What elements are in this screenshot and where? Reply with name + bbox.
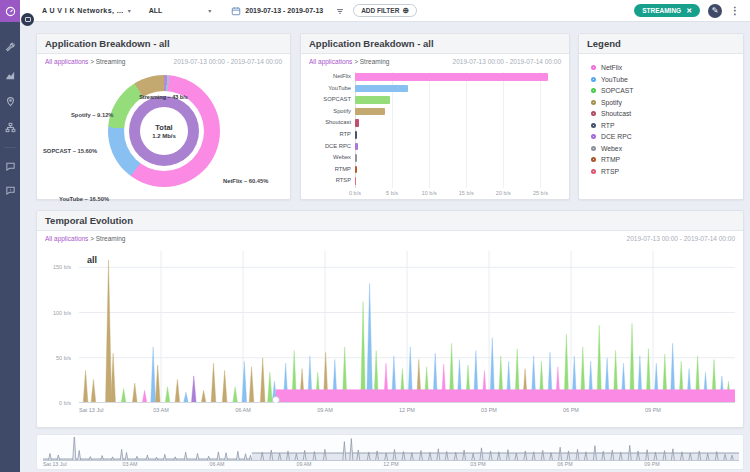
remove-filter-icon[interactable]: ✕: [686, 7, 692, 15]
panel-title: Application Breakdown - all: [301, 34, 569, 54]
gridline: [466, 72, 467, 188]
tenant-selector[interactable]: A U V I K Networks, ...: [42, 7, 124, 14]
x-tick-label: 12 PM: [383, 461, 398, 467]
active-filter-chip[interactable]: STREAMING ✕: [634, 4, 700, 17]
legend-item-rtsp[interactable]: RTSP: [591, 168, 731, 175]
donut-slice-label: NetFlix – 60.45%: [223, 178, 268, 184]
legend-color-dot: [591, 169, 596, 174]
donut-chart[interactable]: Total 1.2 Mb/s Streaming – 43 b/s Spotif…: [37, 70, 290, 199]
breadcrumb-separator: >: [90, 235, 94, 242]
donut-slice-label: YouTube – 16.50%: [59, 196, 109, 202]
legend-color-dot: [591, 111, 596, 116]
bar-shoutcast[interactable]: [355, 119, 359, 127]
breadcrumb-root-link[interactable]: All applications: [309, 58, 352, 65]
x-tick-label: 06 PM: [563, 407, 579, 413]
date-range-picker[interactable]: 2019-07-13 - 2019-07-13: [245, 7, 323, 14]
bar-dce-rpc[interactable]: [355, 143, 358, 151]
bar-rtmp[interactable]: [355, 166, 357, 174]
legend-color-dot: [591, 134, 596, 139]
bar-rtp[interactable]: [355, 131, 357, 139]
sidebar-item-topology[interactable]: [0, 116, 20, 138]
filter-lines-icon[interactable]: [335, 2, 345, 20]
active-filter-label: STREAMING: [642, 7, 681, 14]
sidebar-item-locations[interactable]: [0, 90, 20, 112]
x-tick-label: 06 AM: [209, 461, 224, 467]
sidebar-item-dashboard[interactable]: [0, 0, 20, 22]
navigator-x-axis: Sat 13 Jul03 AM06 AM09 AM12 PM03 PM06 PM…: [43, 461, 739, 470]
x-tick-label: 15 b/s: [459, 190, 474, 196]
map-pin-icon: [5, 96, 16, 107]
legend-item-spotify[interactable]: Spotify: [591, 99, 731, 106]
bar-label: RTMP: [301, 166, 351, 172]
bar-youtube[interactable]: [355, 85, 408, 93]
sidebar-collapse-toggle[interactable]: [21, 13, 34, 26]
legend-item-webex[interactable]: Webex: [591, 145, 731, 152]
breadcrumb-root-link[interactable]: All applications: [45, 235, 88, 242]
bar-sopcast[interactable]: [355, 96, 390, 104]
x-tick-label: 0 b/s: [349, 190, 361, 196]
gridline: [429, 72, 430, 188]
sidebar-divider: [4, 147, 16, 148]
legend-label: Spotify: [601, 99, 622, 106]
legend-color-dot: [591, 100, 596, 105]
legend-item-dce-rpc[interactable]: DCE RPC: [591, 133, 731, 140]
topology-icon: [5, 122, 16, 133]
plus-circle-icon: ⊕: [402, 7, 409, 15]
help-bubble-icon: [5, 185, 16, 196]
chevron-down-icon[interactable]: ▾: [208, 7, 211, 14]
x-tick-label: 03 AM: [153, 407, 169, 413]
x-tick-label: 09 AM: [317, 407, 333, 413]
legend-item-rtmp[interactable]: RTMP: [591, 156, 731, 163]
donut-slice-label: Spotify – 9.12%: [71, 112, 114, 118]
legend-item-youtube[interactable]: YouTube: [591, 76, 731, 83]
breadcrumb-current: Streaming: [360, 58, 390, 65]
bar-chart[interactable]: [355, 72, 559, 188]
timeline-navigator[interactable]: Sat 13 Jul03 AM06 AM09 AM12 PM03 PM06 PM…: [36, 434, 744, 470]
bar-webex[interactable]: [355, 154, 357, 162]
y-tick-label: 50 b/s: [56, 355, 71, 361]
donut-center-title: Total: [155, 123, 172, 132]
panel-date-range: 2019-07-13 00:00 - 2019-07-14 00:00: [453, 58, 561, 65]
legend-panel: Legend NetFlixYouTubeSOPCASTSpotifyShout…: [578, 33, 744, 200]
sidebar-item-help[interactable]: [0, 179, 20, 201]
panel-toggle-icon: [25, 17, 31, 22]
area-chart-icon: [5, 70, 16, 81]
legend-label: NetFlix: [601, 64, 622, 71]
legend-item-rtp[interactable]: RTP: [591, 122, 731, 129]
legend-color-dot: [591, 146, 596, 151]
breadcrumb-current: Streaming: [96, 58, 126, 65]
x-tick-label: 10 b/s: [422, 190, 437, 196]
edit-button[interactable]: ✎: [708, 4, 722, 18]
panel-date-range: 2019-07-13 00:00 - 2019-07-14 00:00: [627, 235, 735, 242]
bar-spotify[interactable]: [355, 108, 385, 116]
legend-item-sopcast[interactable]: SOPCAST: [591, 87, 731, 94]
sidebar-item-analytics[interactable]: [0, 64, 20, 86]
sidebar-item-tools[interactable]: [0, 36, 20, 58]
add-filter-button[interactable]: ADD FILTER ⊕: [353, 4, 417, 17]
breadcrumb-root-link[interactable]: All applications: [45, 58, 88, 65]
application-breakdown-donut-panel: Application Breakdown - all All applicat…: [36, 33, 291, 200]
bar-rtsp[interactable]: [355, 177, 356, 185]
temporal-x-axis: Sat 13 Jul03 AM06 AM09 AM12 PM03 PM06 PM…: [79, 407, 735, 417]
overflow-menu-icon[interactable]: ⋮: [730, 5, 740, 16]
scope-selector[interactable]: ALL: [149, 7, 163, 14]
bar-chart-x-axis: 0 b/s5 b/s10 b/s15 b/s20 b/s25 b/s: [355, 190, 559, 198]
y-tick-label: 100 b/s: [53, 310, 71, 316]
temporal-chart[interactable]: [79, 251, 735, 403]
breadcrumb: All applications > Streaming: [45, 235, 125, 242]
x-tick-label: 03 PM: [481, 407, 497, 413]
sidebar-item-chat[interactable]: [0, 155, 20, 177]
x-tick-label: 25 b/s: [533, 190, 548, 196]
x-tick-label: 20 b/s: [496, 190, 511, 196]
breadcrumb-separator: >: [90, 58, 94, 65]
breadcrumb-current: Streaming: [96, 235, 126, 242]
sidebar: [0, 0, 20, 472]
bar-netflix[interactable]: [355, 73, 548, 81]
bar-label: Spotify: [301, 108, 351, 114]
legend-item-netflix[interactable]: NetFlix: [591, 64, 731, 71]
donut-center: Total 1.2 Mb/s: [140, 107, 188, 155]
legend-item-shoutcast[interactable]: Shoutcast: [591, 110, 731, 117]
calendar-icon[interactable]: [231, 2, 241, 20]
chevron-down-icon[interactable]: ▾: [128, 7, 131, 14]
legend-label: RTP: [601, 122, 614, 129]
